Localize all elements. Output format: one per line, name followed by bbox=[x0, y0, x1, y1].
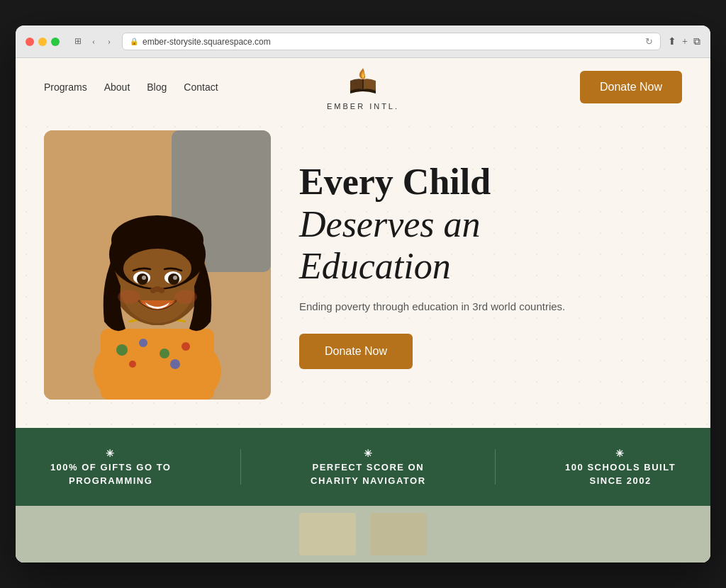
address-bar[interactable]: 🔒 ember-storysite.squarespace.com ↻ bbox=[122, 33, 661, 50]
forward-button[interactable]: › bbox=[104, 36, 115, 47]
svg-point-22 bbox=[142, 276, 146, 280]
svg-point-8 bbox=[160, 349, 169, 358]
svg-point-11 bbox=[170, 359, 180, 369]
stat-item-2: ✳ 100 SCHOOLS BUILT SINCE 2002 bbox=[565, 448, 676, 486]
traffic-lights bbox=[26, 38, 60, 46]
stat-line2-2: SINCE 2002 bbox=[589, 475, 651, 486]
svg-point-9 bbox=[182, 342, 190, 351]
tabs-icon[interactable]: ⧉ bbox=[693, 36, 700, 47]
bottom-teaser bbox=[16, 506, 710, 562]
donate-button-nav[interactable]: Donate Now bbox=[580, 71, 682, 103]
window-grid-icon[interactable]: ⊞ bbox=[72, 36, 84, 47]
url-text: ember-storysite.squarespace.com bbox=[143, 37, 271, 47]
nav-blog[interactable]: Blog bbox=[147, 81, 167, 93]
navbar: Programs About Blog Contact bbox=[16, 58, 710, 116]
stat-icon-2: ✳ bbox=[615, 448, 625, 459]
svg-point-26 bbox=[159, 288, 164, 293]
teaser-content bbox=[299, 513, 427, 555]
hero-section: Every Child Deserves an Education Ending… bbox=[16, 116, 710, 428]
hero-title-line2: Deserves an bbox=[299, 204, 481, 244]
browser-actions: ⬆ + ⧉ bbox=[668, 35, 700, 47]
new-tab-icon[interactable]: + bbox=[682, 36, 688, 47]
maximize-button[interactable] bbox=[51, 38, 60, 46]
teaser-block-1 bbox=[299, 513, 356, 555]
donate-button-hero[interactable]: Donate Now bbox=[299, 334, 413, 369]
stat-line2-0: PROGRAMMING bbox=[69, 475, 152, 486]
browser-window: ⊞ ‹ › 🔒 ember-storysite.squarespace.com … bbox=[16, 26, 710, 562]
close-button[interactable] bbox=[26, 38, 34, 46]
share-icon[interactable]: ⬆ bbox=[668, 35, 676, 47]
stat-line1-1: PERFECT SCORE ON bbox=[312, 462, 424, 473]
hero-title-line1: Every Child bbox=[299, 162, 491, 202]
hero-photo bbox=[44, 130, 271, 400]
stat-line1-0: 100% OF GIFTS GO TO bbox=[50, 462, 172, 473]
nav-links: Programs About Blog Contact bbox=[44, 81, 218, 93]
nav-programs[interactable]: Programs bbox=[44, 81, 87, 93]
logo-icon bbox=[345, 64, 381, 101]
stat-line1-2: 100 SCHOOLS BUILT bbox=[565, 462, 676, 473]
stat-divider-1 bbox=[240, 449, 241, 485]
stats-bar: ✳ 100% OF GIFTS GO TO PROGRAMMING ✳ PERF… bbox=[16, 428, 710, 506]
logo-area[interactable]: EMBER INTL. bbox=[327, 64, 399, 111]
browser-chrome: ⊞ ‹ › 🔒 ember-storysite.squarespace.com … bbox=[16, 26, 710, 58]
hero-image bbox=[44, 130, 271, 400]
hero-title: Every Child Deserves an Education bbox=[299, 161, 682, 288]
minimize-button[interactable] bbox=[38, 38, 47, 46]
website-content: Programs About Blog Contact bbox=[16, 58, 710, 562]
svg-point-6 bbox=[116, 344, 128, 356]
back-button[interactable]: ‹ bbox=[88, 36, 99, 47]
svg-point-7 bbox=[139, 339, 147, 347]
svg-point-27 bbox=[118, 290, 140, 304]
reload-icon[interactable]: ↻ bbox=[645, 36, 653, 47]
svg-point-10 bbox=[129, 361, 136, 368]
stat-item-0: ✳ 100% OF GIFTS GO TO PROGRAMMING bbox=[50, 448, 172, 486]
logo-text: EMBER INTL. bbox=[327, 102, 399, 111]
stat-item-1: ✳ PERFECT SCORE ON CHARITY NAVIGATOR bbox=[311, 448, 426, 486]
hero-content: Every Child Deserves an Education Ending… bbox=[299, 161, 682, 369]
stat-icon-0: ✳ bbox=[106, 448, 116, 459]
teaser-block-2 bbox=[370, 513, 427, 555]
stat-line2-1: CHARITY NAVIGATOR bbox=[311, 475, 426, 486]
svg-point-25 bbox=[150, 288, 156, 293]
lock-icon: 🔒 bbox=[130, 38, 138, 45]
svg-point-23 bbox=[173, 276, 177, 280]
svg-rect-5 bbox=[101, 329, 214, 400]
browser-controls: ⊞ ‹ › bbox=[72, 36, 115, 47]
hero-title-line3: Education bbox=[299, 246, 451, 286]
nav-about[interactable]: About bbox=[104, 81, 130, 93]
nav-contact[interactable]: Contact bbox=[184, 81, 218, 93]
hero-subtitle: Ending poverty through education in 3rd … bbox=[299, 300, 682, 312]
stat-divider-2 bbox=[495, 449, 496, 485]
svg-point-17 bbox=[123, 249, 191, 288]
svg-point-28 bbox=[174, 290, 197, 304]
stat-icon-1: ✳ bbox=[364, 448, 374, 459]
